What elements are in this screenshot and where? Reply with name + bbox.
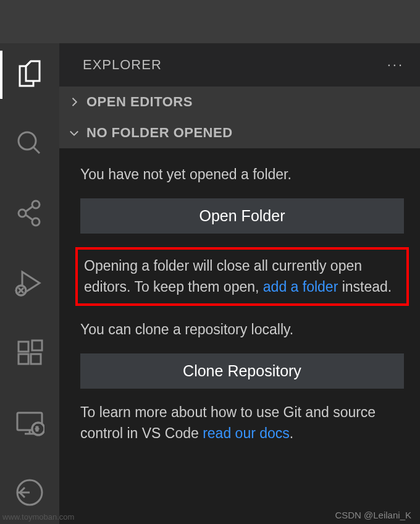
svg-rect-11 [19, 354, 28, 364]
activity-scm[interactable] [0, 190, 59, 239]
activity-extensions[interactable] [0, 330, 59, 378]
docs-message: To learn more about how to use Git and s… [80, 402, 404, 444]
sidebar-title: EXPLORER [83, 57, 162, 73]
watermark-text: CSDN @Leilani_K [335, 510, 411, 520]
extensions-icon [15, 338, 44, 370]
search-icon [15, 129, 44, 161]
more-actions-icon[interactable]: ··· [387, 57, 404, 73]
title-bar [0, 0, 420, 43]
open-folder-tip: Opening a folder will close all currentl… [84, 256, 400, 297]
explorer-sidebar: EXPLORER ··· OPEN EDITORS NO FOLDER OPEN… [59, 43, 420, 524]
section-label: OPEN EDITORS [86, 94, 193, 110]
section-open-editors[interactable]: OPEN EDITORS [59, 87, 420, 117]
read-docs-link[interactable]: read our docs [203, 425, 290, 441]
svg-line-1 [33, 147, 40, 153]
activity-debug[interactable] [0, 260, 59, 308]
section-no-folder[interactable]: NO FOLDER OPENED [59, 117, 420, 148]
clone-message: You can clone a repository locally. [80, 319, 404, 340]
svg-point-0 [19, 132, 36, 150]
run-debug-icon [15, 268, 44, 300]
remote-explorer-icon [15, 408, 44, 440]
svg-rect-12 [31, 354, 41, 364]
svg-rect-10 [19, 342, 28, 352]
add-folder-link[interactable]: add a folder [263, 279, 338, 295]
chevron-right-icon [68, 96, 80, 108]
svg-point-3 [19, 209, 26, 217]
svg-rect-13 [32, 340, 42, 350]
activity-remote[interactable] [0, 400, 59, 448]
open-folder-button[interactable]: Open Folder [80, 198, 404, 234]
accounts-icon [15, 478, 44, 510]
activity-other[interactable] [0, 470, 59, 518]
activity-bar [0, 43, 59, 524]
no-folder-message: You have not yet opened a folder. [80, 164, 404, 185]
activity-search[interactable] [0, 120, 59, 169]
watermark-left: www.toymoban.com [2, 512, 74, 522]
section-label: NO FOLDER OPENED [86, 125, 233, 141]
files-icon [15, 59, 44, 91]
activity-explorer[interactable] [0, 51, 59, 99]
chevron-down-icon [68, 127, 80, 139]
sidebar-header: EXPLORER ··· [59, 43, 420, 87]
highlight-annotation: Opening a folder will close all currentl… [75, 247, 409, 306]
no-folder-content: You have not yet opened a folder. Open F… [59, 148, 420, 524]
source-control-icon [15, 198, 44, 230]
clone-repository-button[interactable]: Clone Repository [80, 353, 404, 389]
